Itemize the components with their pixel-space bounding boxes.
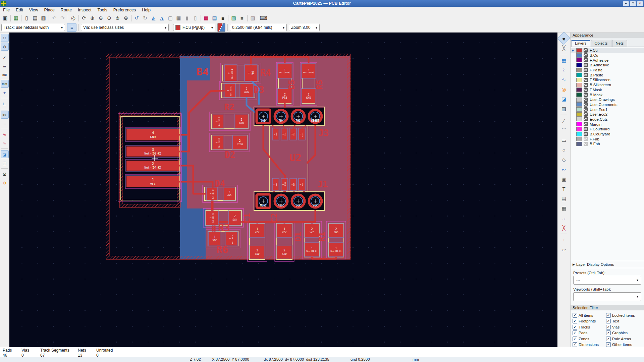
- board-setup-icon[interactable]: ▦: [12, 14, 20, 22]
- menu-inspect[interactable]: Inspect: [75, 7, 94, 13]
- smd-pad[interactable]: 2PB4: [277, 88, 292, 104]
- menu-preferences[interactable]: Preferences: [110, 7, 139, 13]
- draw-zone-icon[interactable]: ◪: [559, 95, 569, 104]
- filter-other-items[interactable]: ✓Other items: [606, 342, 641, 347]
- layer-row-user.eco1[interactable]: User.Eco1: [571, 107, 644, 112]
- units-mm-icon[interactable]: mm: [1, 80, 9, 88]
- ref-label-r1[interactable]: R1: [317, 232, 327, 242]
- layer-color-swatch[interactable]: [576, 127, 582, 131]
- ref-label-r4[interactable]: R4: [260, 68, 271, 78]
- layer-row-f.cu[interactable]: ▶F.Cu: [571, 48, 644, 53]
- maximize-button[interactable]: □: [630, 1, 636, 6]
- display-icon[interactable]: ■: [219, 14, 227, 22]
- ref-label-d3[interactable]: D3: [254, 85, 264, 95]
- units-mils-icon[interactable]: mil: [1, 71, 9, 79]
- active-layer-dropdown[interactable]: F.Cu (PgUp) ▾: [173, 24, 215, 31]
- layer-row-user.drawings[interactable]: User.Drawings: [571, 97, 644, 102]
- eye-icon[interactable]: [584, 117, 588, 121]
- draw-circle-icon[interactable]: ○: [559, 145, 569, 155]
- layer-row-b.silkscreen[interactable]: B.Silkscreen: [571, 82, 644, 87]
- auto-track-width-button[interactable]: =: [67, 23, 76, 32]
- flip-horizontal-icon[interactable]: ◮: [158, 14, 166, 22]
- checkbox-checked-icon[interactable]: ✓: [573, 313, 577, 318]
- layer-row-b.cu[interactable]: B.Cu: [571, 53, 644, 58]
- eye-icon[interactable]: [584, 127, 588, 131]
- dim-nets-icon[interactable]: ∿: [1, 139, 9, 147]
- presets-select[interactable]: --- ▾: [573, 276, 641, 285]
- smd-pad[interactable]: 2GND: [277, 245, 292, 259]
- place-footprint-icon[interactable]: ▦: [559, 56, 569, 65]
- eye-icon[interactable]: [584, 122, 588, 126]
- curved-ratsnest-icon[interactable]: ≈: [1, 119, 9, 127]
- lock-icon[interactable]: ▮: [183, 14, 191, 22]
- filter-graphics[interactable]: ✓Graphics: [606, 330, 641, 335]
- smd-pad[interactable]: 1Net-(D2-K): [212, 114, 224, 129]
- ref-label-b4[interactable]: B4: [197, 66, 209, 78]
- filter-dimensions[interactable]: ✓Dimensions: [573, 342, 606, 347]
- layer-color-swatch[interactable]: [576, 73, 582, 77]
- filter-rule-areas[interactable]: ✓Rule Areas: [606, 337, 641, 341]
- layer-row-f.courtyard[interactable]: F.Courtyard: [571, 127, 644, 132]
- eye-icon[interactable]: [584, 63, 588, 67]
- smd-pad[interactable]: 1RESET: [299, 128, 305, 140]
- filter-footprints[interactable]: ✓Footprints: [573, 319, 606, 323]
- layer-row-b.fab[interactable]: B.Fab: [571, 141, 644, 146]
- checkbox-checked-icon[interactable]: ✓: [606, 325, 611, 329]
- tht-pad[interactable]: PB3: [289, 108, 307, 125]
- ref-label-c2[interactable]: C2: [270, 213, 279, 223]
- eye-icon[interactable]: [584, 107, 588, 112]
- layer-display-options[interactable]: ▶ Layer Display Options: [571, 261, 644, 268]
- smd-pad[interactable]: 6MISO: [281, 178, 288, 190]
- eye-icon[interactable]: [584, 58, 588, 62]
- smd-pad[interactable]: 3PB4: [281, 128, 288, 140]
- layer-row-b.paste[interactable]: B.Paste: [571, 72, 644, 77]
- layer-color-swatch[interactable]: [576, 63, 582, 67]
- scripting-console-icon[interactable]: ⌨: [259, 14, 268, 22]
- draw-bezier-icon[interactable]: ∾: [559, 165, 569, 174]
- smd-pad[interactable]: 5MOSI: [272, 178, 279, 190]
- sketch-footprints-icon[interactable]: ⊠: [1, 170, 9, 178]
- tht-pad[interactable]: GND: [255, 108, 272, 125]
- layer-row-user.eco2[interactable]: User.Eco2: [571, 112, 644, 117]
- layer-color-swatch[interactable]: [576, 137, 582, 141]
- ungroup-icon[interactable]: ▣: [174, 14, 183, 22]
- smd-pad[interactable]: 1Net-(D1-K): [328, 243, 344, 257]
- layer-row-f.silkscreen[interactable]: F.Silkscreen: [571, 77, 644, 82]
- draw-arc-icon[interactable]: ⌒: [559, 126, 569, 135]
- zoom-dropdown[interactable]: Zoom 8.00 ▾: [289, 24, 320, 31]
- ref-label-r3[interactable]: R3: [218, 222, 230, 234]
- rule-area-icon[interactable]: ▨: [559, 104, 569, 113]
- draw-polygon-icon[interactable]: ◇: [559, 155, 569, 164]
- refresh-icon[interactable]: ⟳: [80, 14, 88, 22]
- smd-pad[interactable]: 1Net-(D4-K): [206, 210, 218, 226]
- layer-row-f.fab[interactable]: F.Fab: [571, 136, 644, 141]
- smd-pad[interactable]: 2MISO: [232, 135, 247, 150]
- layer-color-swatch[interactable]: [576, 53, 582, 58]
- eye-icon[interactable]: [584, 132, 588, 136]
- page-settings-icon[interactable]: ▯: [22, 14, 31, 22]
- footprint-browser-icon[interactable]: ▤: [210, 14, 219, 22]
- select-tool-icon[interactable]: ►: [557, 32, 571, 45]
- eye-icon[interactable]: [584, 78, 588, 82]
- layer-color-swatch[interactable]: [576, 83, 582, 87]
- highlight-nets-icon[interactable]: ∿: [1, 130, 9, 138]
- local-ratsnest-icon[interactable]: ╳: [559, 44, 569, 53]
- ref-label-j3[interactable]: J3: [318, 128, 329, 138]
- filter-zones[interactable]: ✓Zones: [573, 337, 606, 341]
- checkbox-checked-icon[interactable]: ✓: [573, 325, 577, 329]
- layer-color-swatch[interactable]: [576, 112, 582, 117]
- eye-off-icon[interactable]: [584, 137, 588, 141]
- ref-label-u2[interactable]: U2: [289, 152, 302, 164]
- track-width-dropdown[interactable]: Track: use netclass width ▾: [1, 24, 65, 31]
- dimension-icon[interactable]: ↔: [559, 214, 569, 223]
- smd-pad[interactable]: 2SCK: [228, 210, 241, 226]
- tab-nets[interactable]: Nets: [612, 40, 628, 47]
- rotate-cw-icon[interactable]: ↻: [141, 14, 149, 22]
- layer-color-swatch[interactable]: [576, 78, 582, 82]
- smd-pad[interactable]: 2GND: [240, 83, 253, 98]
- redo-icon[interactable]: ↷: [58, 14, 67, 22]
- ref-label-d5[interactable]: D5: [287, 80, 297, 89]
- update-footprints-icon[interactable]: ▩: [202, 14, 210, 22]
- route-tracks-icon[interactable]: ≀: [559, 65, 569, 74]
- layer-color-swatch[interactable]: [576, 122, 582, 126]
